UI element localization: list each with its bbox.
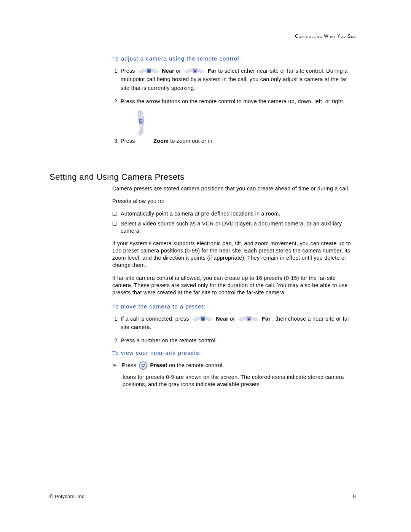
procedure-heading-adjust: To adjust a camera using the remote cont…: [112, 55, 356, 63]
para: If far-site camera control is allowed, y…: [112, 275, 356, 297]
arrow-bullet: ➢ Press Preset on the remote control.: [112, 361, 356, 370]
text: or: [230, 316, 236, 322]
far-label: Far: [262, 316, 271, 322]
procedure-heading-view: To view your near-site presets:: [112, 350, 356, 357]
step-2: Press a number on the remote control.: [121, 337, 356, 344]
text: or: [176, 68, 182, 74]
step-1: If a call is connected, press Near or Fa…: [121, 315, 356, 332]
para: If your system's camera supports electro…: [112, 240, 356, 269]
far-label: Far: [208, 68, 217, 74]
para: Presets allow you to:: [112, 198, 356, 205]
procedure-heading-move: To move the camera to a preset:: [112, 303, 356, 311]
text: Press: [121, 68, 137, 74]
near-button-icon: [192, 316, 213, 323]
document-page: Controlling What You See To adjust a cam…: [0, 0, 411, 532]
preset-label: Preset: [150, 362, 167, 368]
steps-move-preset: If a call is connected, press Near or Fa…: [112, 315, 356, 345]
content-column: To adjust a camera using the remote cont…: [112, 55, 356, 151]
near-button-icon: [138, 68, 159, 75]
step-3: Press Zoom to zoom out or in.: [121, 137, 356, 145]
near-label: Near: [162, 68, 174, 74]
list-item: Automatically point a camera at pre-defi…: [121, 210, 356, 217]
steps-adjust-camera: Press Near or Far to select either near-…: [112, 67, 356, 145]
content-column-2: Camera presets are stored camera positio…: [112, 185, 356, 393]
far-button-icon: [184, 68, 205, 75]
header-text: Controlling What You See: [295, 34, 356, 39]
text: If a call is connected, press: [121, 316, 191, 322]
preset-benefits-list: Automatically point a camera at pre-defi…: [112, 210, 356, 235]
para: Camera presets are stored camera positio…: [112, 185, 356, 192]
far-button-icon: [238, 316, 259, 323]
para: Icons for presets 0-9 are shown on the s…: [123, 374, 356, 388]
page-number: 9: [353, 494, 356, 499]
list-item: Select a video source such as a VCR or D…: [121, 220, 356, 235]
text: Press the arrow buttons on the remote co…: [121, 98, 344, 104]
running-header: Controlling What You See: [295, 34, 356, 39]
page-footer: © Polycom, Inc. 9: [49, 494, 356, 499]
text: to zoom out or in.: [170, 138, 214, 144]
text: Press: [121, 138, 137, 144]
arrow-icon: ➢: [112, 361, 117, 369]
footer-copyright: © Polycom, Inc.: [49, 494, 86, 499]
near-label: Near: [216, 316, 228, 322]
text: Press: [122, 362, 138, 368]
text: on the remote control.: [169, 362, 224, 368]
preset-button-icon: [139, 361, 147, 370]
section-heading-presets: Setting and Using Camera Presets: [49, 172, 185, 182]
zoom-rocker-icon: [130, 109, 356, 138]
step-2: Press the arrow buttons on the remote co…: [121, 98, 356, 138]
zoom-label: Zoom: [153, 138, 169, 144]
step-1: Press Near or Far to select either near-…: [121, 67, 356, 93]
